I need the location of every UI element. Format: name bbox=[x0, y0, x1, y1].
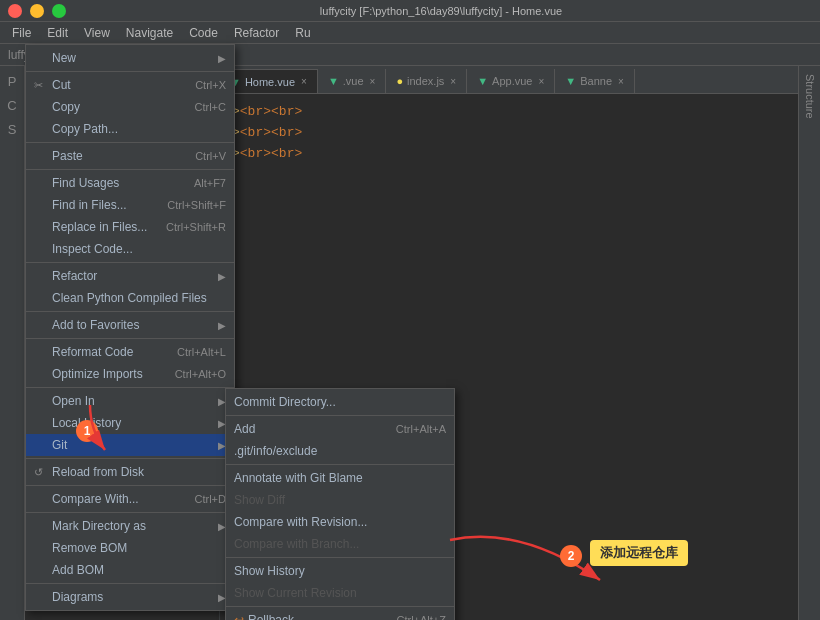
ctx-inspect[interactable]: Inspect Code... bbox=[26, 238, 234, 260]
menubar: File Edit View Navigate Code Refactor Ru bbox=[0, 22, 820, 44]
ctx-sep11 bbox=[26, 583, 234, 584]
ctx-sep8 bbox=[26, 458, 234, 459]
window-title: luffycity [F:\python_16\day89\luffycity]… bbox=[70, 5, 812, 17]
git-sep2 bbox=[226, 464, 454, 465]
menu-ru[interactable]: Ru bbox=[287, 24, 318, 42]
ctx-add-favorites[interactable]: Add to Favorites ▶ bbox=[26, 314, 234, 336]
tab-close4-icon[interactable]: × bbox=[538, 76, 544, 87]
code-line1: ><br><br> bbox=[232, 102, 786, 123]
ctx-remove-bom[interactable]: Remove BOM bbox=[26, 537, 234, 559]
menu-navigate[interactable]: Navigate bbox=[118, 24, 181, 42]
menu-refactor[interactable]: Refactor bbox=[226, 24, 287, 42]
ctx-sep4 bbox=[26, 262, 234, 263]
ctx-reformat[interactable]: Reformat Code Ctrl+Alt+L bbox=[26, 341, 234, 363]
ctx-mark-directory[interactable]: Mark Directory as ▶ bbox=[26, 515, 234, 537]
tab-banner-label: Banne bbox=[580, 75, 612, 87]
git-compare-revision[interactable]: Compare with Revision... bbox=[226, 511, 454, 533]
code-line3: ><br><br> bbox=[232, 144, 786, 165]
ctx-sep3 bbox=[26, 169, 234, 170]
tab-indexjs-label: index.js bbox=[407, 75, 444, 87]
ctx-sep2 bbox=[26, 142, 234, 143]
ctx-local-history[interactable]: Local History ▶ bbox=[26, 412, 234, 434]
close-button[interactable] bbox=[8, 4, 22, 18]
ctx-new[interactable]: New ▶ bbox=[26, 47, 234, 69]
ctx-sep6 bbox=[26, 338, 234, 339]
right-panel-structure[interactable]: Structure bbox=[801, 66, 819, 127]
git-add[interactable]: Add Ctrl+Alt+A bbox=[226, 418, 454, 440]
ctx-add-bom[interactable]: Add BOM bbox=[26, 559, 234, 581]
ctx-sep7 bbox=[26, 387, 234, 388]
git-rollback[interactable]: ↩Rollback... Ctrl+Alt+Z bbox=[226, 609, 454, 620]
ctx-cut[interactable]: ✂Cut Ctrl+X bbox=[26, 74, 234, 96]
ctx-clean-compiled[interactable]: Clean Python Compiled Files bbox=[26, 287, 234, 309]
code-line2: ><br><br> bbox=[232, 123, 786, 144]
git-commit-dir[interactable]: Commit Directory... bbox=[226, 391, 454, 413]
menu-view[interactable]: View bbox=[76, 24, 118, 42]
tooltip-add-remote: 添加远程仓库 bbox=[590, 540, 688, 566]
annotation-1: 1 bbox=[76, 420, 98, 442]
git-annotate[interactable]: Annotate with Git Blame bbox=[226, 467, 454, 489]
tab-close-icon[interactable]: × bbox=[301, 76, 307, 87]
ctx-refactor[interactable]: Refactor ▶ bbox=[26, 265, 234, 287]
tab-appvue[interactable]: ▼ App.vue × bbox=[467, 69, 555, 93]
ctx-sep10 bbox=[26, 512, 234, 513]
menu-code[interactable]: Code bbox=[181, 24, 226, 42]
ctx-find-in-files[interactable]: Find in Files... Ctrl+Shift+F bbox=[26, 194, 234, 216]
ctx-paste[interactable]: Paste Ctrl+V bbox=[26, 145, 234, 167]
git-submenu: Commit Directory... Add Ctrl+Alt+A .git/… bbox=[225, 388, 455, 620]
tab-close3-icon[interactable]: × bbox=[450, 76, 456, 87]
tab-homevue-label: Home.vue bbox=[245, 76, 295, 88]
ctx-sep5 bbox=[26, 311, 234, 312]
ctx-reload[interactable]: ↺Reload from Disk bbox=[26, 461, 234, 483]
ctx-replace-in-files[interactable]: Replace in Files... Ctrl+Shift+R bbox=[26, 216, 234, 238]
sidebar: P C S bbox=[0, 66, 25, 620]
git-sep4 bbox=[226, 606, 454, 607]
sidebar-structure-icon[interactable]: S bbox=[1, 118, 23, 140]
git-sep3 bbox=[226, 557, 454, 558]
ctx-compare[interactable]: Compare With... Ctrl+D bbox=[26, 488, 234, 510]
right-panels: Structure bbox=[798, 66, 820, 620]
ctx-copy[interactable]: Copy Ctrl+C bbox=[26, 96, 234, 118]
tab-bar: ▼ Home.vue × ▼ .vue × ● index.js × ▼ App… bbox=[220, 66, 798, 94]
context-menu: New ▶ ✂Cut Ctrl+X Copy Ctrl+C Copy Path.… bbox=[25, 44, 235, 611]
git-sep1 bbox=[226, 415, 454, 416]
sidebar-commit-icon[interactable]: C bbox=[1, 94, 23, 116]
ctx-diagrams[interactable]: Diagrams ▶ bbox=[26, 586, 234, 608]
ctx-find-usages[interactable]: Find Usages Alt+F7 bbox=[26, 172, 234, 194]
tab-indexjs[interactable]: ● index.js × bbox=[386, 69, 467, 93]
ctx-sep9 bbox=[26, 485, 234, 486]
ctx-sep1 bbox=[26, 71, 234, 72]
git-show-current-revision: Show Current Revision bbox=[226, 582, 454, 604]
ctx-git[interactable]: Git ▶ bbox=[26, 434, 234, 456]
maximize-button[interactable] bbox=[52, 4, 66, 18]
git-compare-branch: Compare with Branch... bbox=[226, 533, 454, 555]
tab-close5-icon[interactable]: × bbox=[618, 76, 624, 87]
tab-banner[interactable]: ▼ Banne × bbox=[555, 69, 635, 93]
ctx-optimize-imports[interactable]: Optimize Imports Ctrl+Alt+O bbox=[26, 363, 234, 385]
git-gitinfo[interactable]: .git/info/exclude bbox=[226, 440, 454, 462]
git-show-diff: Show Diff bbox=[226, 489, 454, 511]
titlebar: luffycity [F:\python_16\day89\luffycity]… bbox=[0, 0, 820, 22]
sidebar-project-icon[interactable]: P bbox=[1, 70, 23, 92]
menu-file[interactable]: File bbox=[4, 24, 39, 42]
tab-close2-icon[interactable]: × bbox=[370, 76, 376, 87]
tab-appvue-label: App.vue bbox=[492, 75, 532, 87]
minimize-button[interactable] bbox=[30, 4, 44, 18]
menu-edit[interactable]: Edit bbox=[39, 24, 76, 42]
tab-vue2[interactable]: ▼ .vue × bbox=[318, 69, 387, 93]
ctx-copy-path[interactable]: Copy Path... bbox=[26, 118, 234, 140]
git-show-history[interactable]: Show History bbox=[226, 560, 454, 582]
annotation-2: 2 bbox=[560, 545, 582, 567]
tab-vue2-label: .vue bbox=[343, 75, 364, 87]
ctx-open-in[interactable]: Open In ▶ bbox=[26, 390, 234, 412]
